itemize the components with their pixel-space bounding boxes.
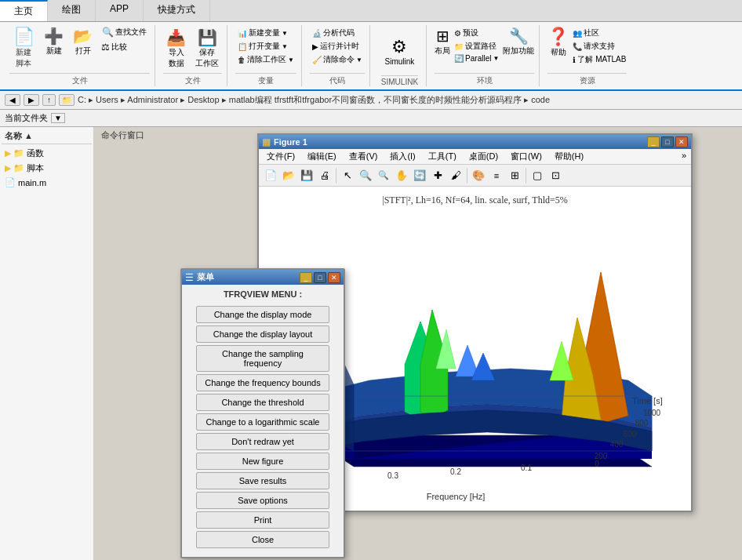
svg-text:600: 600 — [623, 430, 636, 438]
fig-box-button[interactable]: ▢ — [529, 167, 546, 184]
tab-plot[interactable]: 绘图 — [48, 0, 96, 21]
fig-menu-tools[interactable]: 工具(T) — [422, 149, 463, 164]
help-button[interactable]: ❓帮助 — [547, 27, 569, 58]
learn-button[interactable]: ℹ了解 MATLAB — [572, 53, 627, 66]
simulink-button[interactable]: ⚙Simulink — [385, 37, 415, 66]
fig-zoom-out-button[interactable]: 🔍 — [375, 167, 392, 184]
browse-button[interactable]: 📁 — [59, 94, 75, 106]
change-threshold-button[interactable]: Change the threshold — [196, 394, 329, 411]
nav-forward-button[interactable]: ▶ — [24, 94, 39, 106]
figure-maximize-button[interactable]: □ — [661, 136, 674, 147]
main-center: 命令行窗口 ☰ 菜单 _ □ ✕ TFRQVIEW MENU : Change … — [94, 127, 742, 560]
clear-workspace-button[interactable]: 🗑清除工作区▼ — [235, 53, 296, 66]
change-display-mode-button[interactable]: Change the display mode — [196, 306, 329, 323]
tab-home[interactable]: 主页 — [0, 0, 48, 21]
preset-button[interactable]: ⚙预设 — [453, 27, 500, 39]
import-data-button[interactable]: 📥导入数据 — [163, 27, 189, 71]
change-log-scale-button[interactable]: Change to a logarithmic scale — [196, 413, 329, 431]
x-axis-label: Frequency [Hz] — [426, 492, 485, 501]
fig-legend-button[interactable]: ≡ — [488, 167, 505, 184]
print-button[interactable]: Print — [196, 511, 329, 529]
save-workspace-button[interactable]: 💾保存工作区 — [192, 27, 222, 71]
fig-datacursor-button[interactable]: ✚ — [429, 167, 446, 184]
support-button[interactable]: 📞请求支持 — [572, 40, 627, 53]
left-panel: 名称 ▲ ▶ 📁 函数 ▶ 📁 脚本 📄 main.m — [0, 127, 94, 560]
figure-close-button[interactable]: ✕ — [675, 136, 688, 147]
fig-new-button[interactable]: 📄 — [262, 167, 279, 184]
minimize-button[interactable]: _ — [300, 272, 312, 283]
change-display-layout-button[interactable]: Change the display layout — [196, 325, 329, 343]
analyze-code-button[interactable]: 🔬分析代码 — [310, 27, 365, 39]
tree-item-functions[interactable]: ▶ 📁 函数 — [2, 146, 92, 161]
new-variable-button[interactable]: 📊新建变量▼ — [235, 27, 296, 39]
tab-shortcuts[interactable]: 快捷方式 — [144, 0, 210, 21]
fig-pointer-button[interactable]: ↖ — [339, 167, 356, 184]
menu-dialog-titlebar[interactable]: ☰ 菜单 _ □ ✕ — [182, 270, 344, 285]
nav-up-button[interactable]: ↑ — [42, 94, 56, 106]
cmd-window-label: 命令行窗口 — [98, 129, 147, 142]
figure-minimize-button[interactable]: _ — [647, 136, 660, 147]
fig-menu-file[interactable]: 文件(F) — [260, 149, 301, 164]
ribbon-group-simulink: ⚙Simulink SIMULINK — [373, 25, 427, 86]
fig-menu-insert[interactable]: 插入(I) — [384, 149, 421, 164]
find-files-button[interactable]: 🔍查找文件 — [99, 25, 150, 39]
svg-text:0: 0 — [595, 460, 599, 468]
dont-redraw-button[interactable]: Don't redraw yet — [196, 433, 329, 450]
save-options-button[interactable]: Save options — [196, 492, 329, 509]
folder-expand-button[interactable]: ▼ — [51, 113, 65, 123]
change-sampling-freq-button[interactable]: Change the sampling frequency — [196, 345, 329, 372]
fig-print-button[interactable]: 🖨 — [316, 167, 333, 184]
figure-title-icon: ▦ — [262, 136, 271, 147]
nav-back-button[interactable]: ◀ — [5, 94, 20, 106]
svg-text:0.3: 0.3 — [387, 471, 398, 480]
fig-grid-button[interactable]: ⊞ — [506, 167, 523, 184]
save-results-button[interactable]: Save results — [196, 472, 329, 489]
close-button[interactable]: ✕ — [328, 272, 340, 283]
svg-text:400: 400 — [609, 440, 623, 449]
fig-save-button[interactable]: 💾 — [298, 167, 315, 184]
fig-menu-desktop[interactable]: 桌面(D) — [463, 149, 504, 164]
ribbon-group-import: 📥导入数据 💾保存工作区 文件 — [158, 25, 227, 86]
fig-more-button[interactable]: ⊡ — [547, 167, 564, 184]
fig-zoom-in-button[interactable]: 🔍 — [357, 167, 374, 184]
fig-pan-button[interactable]: ✋ — [393, 167, 410, 184]
tree-item-mainm[interactable]: 📄 main.m — [2, 176, 92, 189]
fig-open-button[interactable]: 📂 — [280, 167, 297, 184]
fig-rotate-button[interactable]: 🔄 — [411, 167, 428, 184]
open-variable-button[interactable]: 📋打开变量▼ — [235, 40, 296, 53]
addon-button[interactable]: 🔧附加功能 — [503, 27, 534, 56]
column-header[interactable]: 名称 ▲ — [2, 129, 92, 144]
folder-icon: ▶ 📁 — [5, 148, 24, 158]
fig-menu-edit[interactable]: 编辑(E) — [301, 149, 343, 164]
run-time-button[interactable]: ▶运行并计时 — [310, 40, 365, 53]
svg-text:200: 200 — [594, 452, 607, 460]
fig-colorbar-button[interactable]: 🎨 — [470, 167, 487, 184]
tree-item-scripts[interactable]: ▶ 📁 脚本 — [2, 161, 92, 176]
change-freq-bounds-button[interactable]: Change the frequency bounds — [196, 374, 329, 391]
new-figure-button[interactable]: New figure — [196, 453, 329, 470]
fig-menu-window[interactable]: 窗口(W) — [504, 149, 548, 164]
new-button[interactable]: ➕新建 — [41, 25, 67, 58]
tab-app[interactable]: APP — [96, 0, 144, 21]
menu-dialog-controls: _ □ ✕ — [300, 272, 340, 283]
fig-menu-help[interactable]: 帮助(H) — [548, 149, 590, 164]
menu-dialog-body: Change the display mode Change the displ… — [182, 302, 344, 557]
compare-button[interactable]: ⚖比较 — [99, 41, 150, 53]
new-script-button[interactable]: 📄新建脚本 — [9, 25, 38, 71]
figure-titlebar[interactable]: ▦ Figure 1 _ □ ✕ — [259, 135, 691, 149]
figure-menubar: 文件(F) 编辑(E) 查看(V) 插入(I) 工具(T) 桌面(D) 窗口(W… — [259, 149, 691, 165]
open-button[interactable]: 📂打开 — [70, 25, 96, 58]
set-path-button[interactable]: 📁设置路径 — [453, 40, 500, 53]
fig-menu-view[interactable]: 查看(V) — [343, 149, 384, 164]
ribbon-group-env: ⊞布局 ⚙预设 📁设置路径 🔄Parallel▼ 🔧附加功能 环境 — [430, 25, 540, 86]
svg-text:800: 800 — [635, 419, 648, 427]
clear-command-button[interactable]: 🧹清除命令▼ — [310, 53, 365, 66]
maximize-button[interactable]: □ — [314, 272, 326, 283]
close-dialog-button[interactable]: Close — [196, 531, 329, 548]
fig-brush-button[interactable]: 🖌 — [447, 167, 464, 184]
address-path: C: ▸ Users ▸ Administrator ▸ Desktop ▸ m… — [78, 94, 737, 106]
parallel-button[interactable]: 🔄Parallel▼ — [453, 53, 500, 64]
ribbon-group-file: 📄新建脚本 ➕新建 📂打开 🔍查找文件 ⚖比较 文件 — [5, 25, 155, 86]
layout-button[interactable]: ⊞布局 — [435, 27, 450, 56]
community-button[interactable]: 👥社区 — [572, 27, 627, 39]
